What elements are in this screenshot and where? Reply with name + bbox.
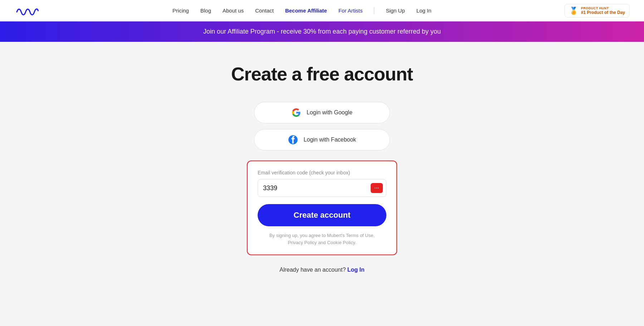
main-content: Create a free account Login with Google … [0,42,644,273]
verification-code-input[interactable] [258,179,386,197]
ph-label: PRODUCT HUNT [581,6,625,10]
social-buttons: Login with Google Login with Facebook [254,102,390,150]
facebook-icon [288,135,298,145]
logo[interactable] [14,4,39,17]
google-login-label: Login with Google [307,109,352,116]
verification-card: Email verification code (check your inbo… [247,160,397,255]
facebook-login-label: Login with Facebook [304,137,356,143]
ph-medal-icon: 🏅 [569,6,578,15]
create-account-button[interactable]: Create account [258,204,386,226]
nav-about[interactable]: About us [223,8,244,14]
terms-links: Privacy Policy and Cookie Policy. [288,240,356,245]
verification-label: Email verification code (check your inbo… [258,170,386,176]
already-account-prompt: Already have an account? Log In [279,267,364,273]
login-link[interactable]: Log In [347,267,365,273]
banner-text: Join our Affiliate Program - receive 30%… [203,28,441,35]
nav-signup[interactable]: Sign Up [386,8,405,14]
nav-pricing[interactable]: Pricing [172,8,189,14]
google-login-button[interactable]: Login with Google [254,102,390,123]
product-hunt-badge[interactable]: 🏅 PRODUCT HUNT #1 Product of the Day [565,4,630,18]
input-action-icon[interactable]: ··· [371,183,383,193]
terms-text: By signing up, you agree to Mubert's Ter… [258,232,386,246]
page-title: Create a free account [231,63,413,85]
navbar: Pricing Blog About us Contact Become Aff… [0,0,644,21]
nav-affiliate[interactable]: Become Affiliate [285,8,327,14]
nav-contact[interactable]: Contact [255,8,274,14]
nav-blog[interactable]: Blog [200,8,211,14]
nav-for-artists[interactable]: For Artists [338,8,363,14]
ph-text: PRODUCT HUNT #1 Product of the Day [581,6,625,15]
ph-title: #1 Product of the Day [581,10,625,15]
google-icon [292,108,301,117]
nav-links: Pricing Blog About us Contact Become Aff… [172,7,431,14]
nav-divider [374,7,374,14]
verification-input-wrapper: ··· [258,179,386,197]
affiliate-banner[interactable]: Join our Affiliate Program - receive 30%… [0,21,644,42]
facebook-login-button[interactable]: Login with Facebook [254,129,390,150]
nav-login[interactable]: Log In [416,8,431,14]
